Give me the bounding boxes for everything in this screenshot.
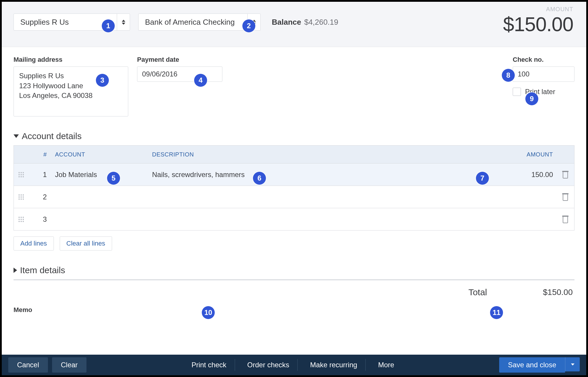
table-header: # ACCOUNT DESCRIPTION AMOUNT	[14, 146, 574, 163]
row-description[interactable]: Nails, screwdrivers, hammers	[149, 171, 504, 179]
annotation-badge: 4	[194, 74, 207, 87]
total-label: Total	[468, 287, 487, 297]
save-dropdown-button[interactable]	[565, 357, 580, 371]
account-details-title: Account details	[22, 131, 81, 141]
item-details-toggle[interactable]: Item details	[14, 265, 574, 275]
col-description-header: DESCRIPTION	[149, 151, 504, 158]
drag-handle-icon[interactable]	[14, 194, 29, 200]
col-amount-header: AMOUNT	[504, 151, 557, 158]
clear-button[interactable]: Clear	[52, 357, 86, 373]
print-later-checkbox[interactable]	[513, 88, 521, 96]
payment-date-label: Payment date	[137, 56, 222, 64]
balance-value: $4,260.19	[304, 18, 338, 26]
col-account-header: ACCOUNT	[52, 151, 149, 158]
more-button[interactable]: More	[370, 359, 402, 371]
make-recurring-button[interactable]: Make recurring	[302, 359, 366, 371]
annotation-badge: 11	[490, 306, 503, 319]
drag-handle-icon[interactable]	[14, 172, 29, 177]
row-number: 2	[29, 193, 52, 201]
account-details-toggle[interactable]: Account details	[14, 131, 574, 141]
table-row[interactable]: 3	[14, 208, 574, 230]
annotation-badge: 6	[253, 172, 266, 185]
trash-icon	[562, 171, 569, 179]
col-number-header: #	[29, 151, 52, 158]
annotation-badge: 8	[502, 69, 515, 82]
payment-date-group: Payment date 09/06/2016	[137, 56, 222, 116]
delete-row-button[interactable]	[557, 171, 574, 179]
divider	[14, 279, 574, 280]
item-details-title: Item details	[20, 265, 65, 275]
check-no-label: Check no.	[513, 56, 574, 64]
check-no-input[interactable]: 100	[513, 66, 574, 82]
account-details-table: # ACCOUNT DESCRIPTION AMOUNT 1 Job Mater…	[14, 145, 574, 231]
cancel-button[interactable]: Cancel	[8, 357, 48, 373]
check-no-group: Check no. 100 Print later	[513, 56, 574, 96]
balance-label: Balance	[272, 18, 301, 26]
row-amount[interactable]: 150.00	[504, 171, 557, 179]
balance-display: Balance $4,260.19	[269, 18, 338, 27]
amount-caption: AMOUNT	[503, 6, 573, 13]
bank-account-select[interactable]: Bank of America Checking	[138, 14, 261, 31]
collapse-down-icon	[14, 134, 19, 138]
row-number: 3	[29, 215, 52, 223]
trash-icon	[562, 216, 569, 223]
delete-row-button[interactable]	[557, 193, 574, 201]
bank-account-label: Bank of America Checking	[139, 14, 247, 30]
collapse-right-icon	[14, 268, 17, 273]
table-row[interactable]: 2	[14, 186, 574, 208]
payee-select-label: Supplies R Us	[14, 14, 117, 30]
annotation-badge: 1	[102, 19, 115, 32]
header-bar: Supplies R Us Bank of America Checking B…	[2, 2, 586, 47]
payment-date-input[interactable]: 09/06/2016	[137, 66, 222, 82]
drag-handle-icon[interactable]	[14, 217, 29, 222]
delete-row-button[interactable]	[557, 216, 574, 223]
mailing-address-label: Mailing address	[14, 56, 128, 64]
select-caret-icon	[117, 14, 130, 30]
row-account[interactable]: Job Materials	[52, 171, 149, 179]
annotation-badge: 3	[96, 74, 109, 87]
annotation-badge: 5	[107, 172, 120, 185]
amount-display: AMOUNT $150.00	[503, 6, 573, 36]
annotation-badge: 9	[525, 92, 538, 105]
mailing-address-group: Mailing address Supplies R Us 123 Hollyw…	[14, 56, 128, 116]
total-value: $150.00	[543, 288, 573, 297]
annotation-badge: 2	[242, 19, 255, 32]
trash-icon	[562, 193, 569, 201]
mailing-address-input[interactable]: Supplies R Us 123 Hollywood Lane Los Ang…	[14, 66, 128, 116]
save-button-group: Save and close	[499, 357, 580, 373]
save-and-close-button[interactable]: Save and close	[499, 357, 565, 373]
add-lines-button[interactable]: Add lines	[14, 236, 54, 251]
row-number: 1	[29, 171, 52, 179]
print-check-button[interactable]: Print check	[183, 359, 235, 371]
annotation-badge: 7	[476, 172, 489, 185]
total-row: Total $150.00	[14, 287, 574, 297]
footer-bar: Cancel Clear Print check Order checks Ma…	[2, 355, 586, 375]
order-checks-button[interactable]: Order checks	[239, 359, 298, 371]
annotation-badge: 10	[202, 306, 215, 319]
clear-all-lines-button[interactable]: Clear all lines	[60, 236, 112, 251]
table-row[interactable]: 1 Job Materials Nails, screwdrivers, ham…	[14, 163, 574, 186]
amount-value: $150.00	[503, 13, 573, 36]
